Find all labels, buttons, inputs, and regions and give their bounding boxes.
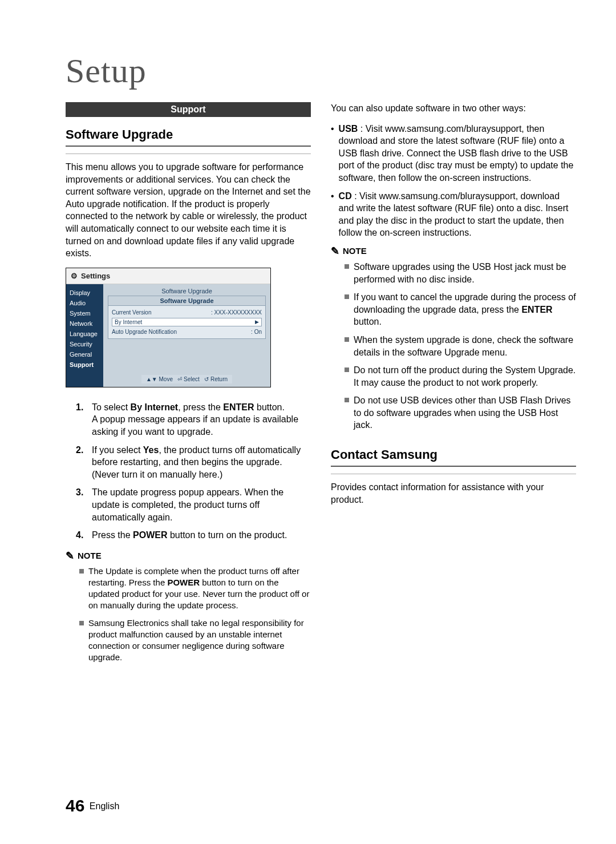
bullet-bold: CD [339, 191, 352, 201]
steps-list: 1. To select By Internet, press the ENTE… [76, 401, 311, 542]
sidebar-item: Security [66, 339, 103, 349]
step-bold: Yes [143, 445, 159, 455]
settings-subpanel-header: Software Upgrade [108, 296, 265, 306]
bullet-text: : Visit www.samsung.com/bluraysupport, t… [339, 124, 574, 183]
hint-move: Move [159, 376, 173, 382]
sidebar-item: Language [66, 329, 103, 339]
step-text: The update progress popup appears. When … [92, 486, 311, 523]
note-item: The Update is complete when the product … [79, 566, 311, 612]
note-list: The Update is complete when the product … [79, 566, 311, 664]
auto-upgrade-label: Auto Upgrade Notification [112, 329, 177, 335]
note-item: Do not turn off the product during the S… [345, 364, 576, 389]
step-text: Press the [92, 530, 133, 540]
contact-text: Provides contact information for assista… [331, 481, 576, 506]
step-number: 4. [76, 529, 87, 542]
chevron-right-icon: ▶ [255, 319, 259, 325]
page-title: Setup [66, 51, 576, 91]
settings-titlebar: ⚙ Settings [66, 268, 270, 284]
step-2: 2. If you select Yes, the product turns … [76, 444, 311, 481]
step-3: 3. The update progress popup appears. Wh… [76, 486, 311, 523]
step-number: 1. [76, 401, 87, 438]
gear-icon: ⚙ [71, 272, 78, 280]
sidebar-item: Display [66, 288, 103, 298]
software-upgrade-heading: Software Upgrade [66, 127, 311, 142]
divider [66, 154, 311, 154]
settings-panel-title: Software Upgrade [108, 288, 266, 294]
sidebar-item-support: Support [66, 360, 103, 370]
bullet-icon [345, 337, 349, 342]
settings-screenshot: ⚙ Settings Display Audio System Network … [66, 268, 271, 387]
step-bold: By Internet [131, 402, 179, 412]
by-internet-field: By Internet ▶ [112, 318, 262, 326]
step-text: If you select [92, 445, 143, 455]
step-extra: A popup message appears if an update is … [92, 414, 298, 437]
current-version-value: : XXX-XXXXXXXXX [211, 309, 262, 316]
bullet-bold: USB [339, 124, 358, 134]
sidebar-item: System [66, 308, 103, 318]
note-item: Samsung Electronics shall take no legal … [79, 617, 311, 664]
note-label: NOTE [343, 246, 367, 256]
page-language: English [90, 801, 119, 811]
note-heading: ✎ NOTE [331, 245, 576, 257]
bullet-cd: • CD : Visit www.samsung.com/bluraysuppo… [331, 190, 576, 239]
note-item: Software upgrades using the USB Host jac… [345, 261, 576, 285]
hint-return: Return [210, 376, 228, 382]
hint-select: Select [184, 376, 200, 382]
note-item: When the system upgrade is done, check t… [345, 334, 576, 358]
divider [66, 146, 311, 147]
step-text: , press the [178, 402, 223, 412]
note-label: NOTE [78, 551, 102, 560]
other-ways-intro: You can also update software in two othe… [331, 102, 576, 115]
note-text: Software upgrades using the USB Host jac… [354, 261, 576, 285]
sidebar-item: General [66, 349, 103, 360]
bullet-list: • USB : Visit www.samsung.com/bluraysupp… [331, 123, 576, 239]
bullet-text: : Visit www.samsung.com/bluraysupport, d… [339, 191, 569, 238]
bullet-icon [345, 398, 349, 402]
left-column: Support Software Upgrade This menu allow… [66, 102, 311, 669]
settings-sidebar: Display Audio System Network Language Se… [66, 284, 103, 387]
bullet-icon [345, 368, 349, 372]
by-internet-label: By Internet [115, 319, 142, 325]
sidebar-item: Network [66, 318, 103, 329]
bullet-icon [79, 621, 84, 625]
step-text: button. [254, 402, 285, 412]
note-icon: ✎ [66, 550, 74, 562]
step-text: To select [92, 402, 131, 412]
note-heading: ✎ NOTE [66, 550, 311, 562]
note-icon: ✎ [331, 245, 339, 257]
settings-main: Software Upgrade Software Upgrade Curren… [103, 284, 270, 387]
divider [331, 466, 576, 467]
step-number: 3. [76, 486, 87, 523]
note-bold: ENTER [521, 305, 552, 314]
sidebar-item: Audio [66, 298, 103, 308]
bullet-dot-icon: • [331, 123, 334, 184]
bullet-icon [79, 569, 84, 574]
note-list: Software upgrades using the USB Host jac… [345, 261, 576, 431]
auto-upgrade-value: : On [251, 329, 262, 335]
note-item: Do not use USB devices other than USB Fl… [345, 394, 576, 431]
step-bold: ENTER [223, 402, 254, 412]
note-text: When the system upgrade is done, check t… [354, 334, 576, 358]
right-column: You can also update software in two othe… [331, 102, 576, 669]
settings-footer-hints: ▲▼ Move ⏎ Select ↺ Return [141, 375, 232, 383]
note-text: Samsung Electronics shall take no legal … [88, 617, 311, 664]
intro-paragraph: This menu allows you to upgrade software… [66, 161, 311, 260]
current-version-label: Current Version [112, 309, 151, 316]
support-header: Support [66, 102, 311, 117]
contact-samsung-heading: Contact Samsung [331, 447, 576, 462]
note-text: Do not turn off the product during the S… [354, 364, 576, 389]
note-bold: POWER [167, 578, 200, 587]
settings-title: Settings [81, 272, 110, 280]
bullet-icon [345, 264, 349, 269]
note-text: Do not use USB devices other than USB Fl… [354, 394, 576, 431]
step-1: 1. To select By Internet, press the ENTE… [76, 401, 311, 438]
bullet-icon [345, 294, 349, 299]
page-number: 46 [66, 796, 84, 815]
step-bold: POWER [133, 530, 167, 540]
note-text: button. [354, 317, 382, 326]
bullet-usb: • USB : Visit www.samsung.com/bluraysupp… [331, 123, 576, 184]
note-item: If you want to cancel the upgrade during… [345, 291, 576, 328]
page-footer: 46 English [66, 796, 119, 815]
step-4: 4. Press the POWER button to turn on the… [76, 529, 311, 542]
step-number: 2. [76, 444, 87, 481]
